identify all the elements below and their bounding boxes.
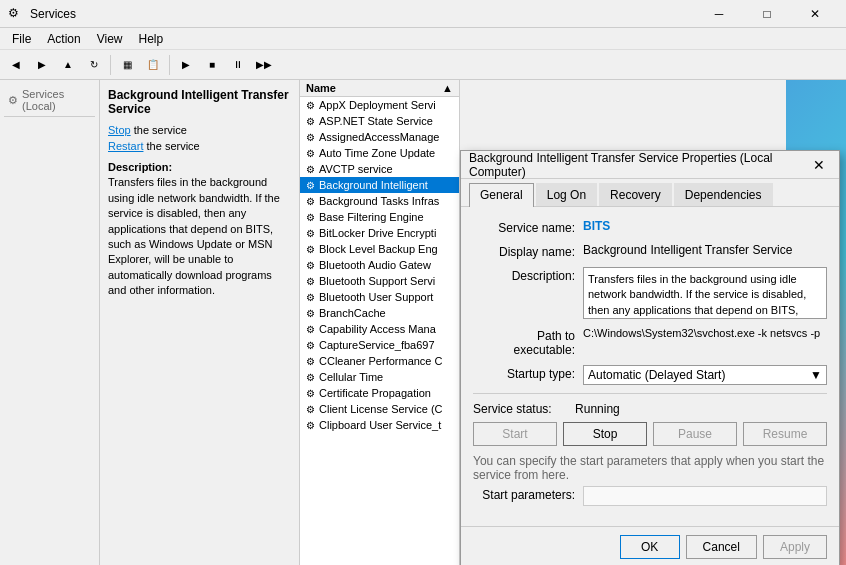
restart-service-link[interactable]: Restart bbox=[108, 140, 143, 152]
service-item-label: Bluetooth Support Servi bbox=[319, 275, 435, 287]
close-button[interactable]: ✕ bbox=[792, 0, 838, 28]
app-icon: ⚙ bbox=[8, 6, 24, 22]
list-item[interactable]: ⚙ Auto Time Zone Update bbox=[300, 145, 459, 161]
refresh-button[interactable]: ↻ bbox=[82, 53, 106, 77]
pause-button[interactable]: ⏸ bbox=[226, 53, 250, 77]
console-tree-button[interactable]: ▦ bbox=[115, 53, 139, 77]
list-item[interactable]: ⚙ ASP.NET State Service bbox=[300, 113, 459, 129]
menu-action[interactable]: Action bbox=[39, 30, 88, 48]
forward-button[interactable]: ▶ bbox=[30, 53, 54, 77]
service-item-label: Block Level Backup Eng bbox=[319, 243, 438, 255]
service-item-icon: ⚙ bbox=[306, 324, 315, 335]
list-item[interactable]: ⚙ Block Level Backup Eng bbox=[300, 241, 459, 257]
menu-help[interactable]: Help bbox=[131, 30, 172, 48]
list-item[interactable]: ⚙ AssignedAccessManage bbox=[300, 129, 459, 145]
play-button[interactable]: ▶ bbox=[174, 53, 198, 77]
list-item[interactable]: ⚙ Base Filtering Engine bbox=[300, 209, 459, 225]
list-item[interactable]: ⚙ Certificate Propagation bbox=[300, 385, 459, 401]
list-item[interactable]: ⚙ Background Tasks Infras bbox=[300, 193, 459, 209]
dialog-close-button[interactable]: ✕ bbox=[807, 153, 831, 177]
list-item[interactable]: ⚙ Capability Access Mana bbox=[300, 321, 459, 337]
list-item[interactable]: ⚙ Bluetooth Support Servi bbox=[300, 273, 459, 289]
list-item[interactable]: ⚙ AVCTP service bbox=[300, 161, 459, 177]
service-item-icon: ⚙ bbox=[306, 420, 315, 431]
tab-recovery[interactable]: Recovery bbox=[599, 183, 672, 206]
list-item[interactable]: ⚙ BitLocker Drive Encrypti bbox=[300, 225, 459, 241]
status-label-text: Service status: bbox=[473, 402, 552, 416]
service-item-icon: ⚙ bbox=[306, 148, 315, 159]
list-item[interactable]: ⚙ CaptureService_fba697 bbox=[300, 337, 459, 353]
service-item-label: Bluetooth Audio Gatew bbox=[319, 259, 431, 271]
service-title: Background Intelligent Transfer Service bbox=[108, 88, 291, 116]
service-item-icon: ⚙ bbox=[306, 372, 315, 383]
cancel-button[interactable]: Cancel bbox=[686, 535, 757, 559]
params-description: You can specify the start parameters tha… bbox=[473, 454, 827, 482]
scope-header: ⚙ Services (Local) bbox=[4, 84, 95, 117]
up-button[interactable]: ▲ bbox=[56, 53, 80, 77]
stop-suffix: the service bbox=[134, 124, 187, 136]
startup-row: Startup type: Automatic (Delayed Start) … bbox=[473, 365, 827, 385]
tab-logon[interactable]: Log On bbox=[536, 183, 597, 206]
restart-link-row: Restart the service bbox=[108, 140, 291, 152]
dialog-title: Background Intelligent Transfer Service … bbox=[469, 151, 807, 179]
desc-body: Transfers files in the background using … bbox=[108, 176, 280, 296]
service-item-label: Capability Access Mana bbox=[319, 323, 436, 335]
list-item[interactable]: ⚙ CCleaner Performance C bbox=[300, 353, 459, 369]
service-item-icon: ⚙ bbox=[306, 212, 315, 223]
menu-file[interactable]: File bbox=[4, 30, 39, 48]
tab-dependencies[interactable]: Dependencies bbox=[674, 183, 773, 206]
toolbar-separator-2 bbox=[169, 55, 170, 75]
name-column-header: Name bbox=[306, 82, 336, 94]
list-item[interactable]: ⚙ Bluetooth User Support bbox=[300, 289, 459, 305]
service-list-scroll[interactable]: ⚙ AppX Deployment Servi ⚙ ASP.NET State … bbox=[300, 97, 459, 532]
maximize-button[interactable]: □ bbox=[744, 0, 790, 28]
stop-button[interactable]: Stop bbox=[563, 422, 647, 446]
resume-button[interactable]: Resume bbox=[743, 422, 827, 446]
minimize-button[interactable]: ─ bbox=[696, 0, 742, 28]
sort-icon: ▲ bbox=[442, 82, 453, 94]
startup-select[interactable]: Automatic (Delayed Start) ▼ bbox=[583, 365, 827, 385]
startup-label: Startup type: bbox=[473, 365, 583, 381]
start-button[interactable]: Start bbox=[473, 422, 557, 446]
list-item[interactable]: ⚙ Cellular Time bbox=[300, 369, 459, 385]
service-item-label: AssignedAccessManage bbox=[319, 131, 439, 143]
display-name-row: Display name: Background Intelligent Tra… bbox=[473, 243, 827, 259]
service-item-label: Bluetooth User Support bbox=[319, 291, 433, 303]
resume-button[interactable]: ▶▶ bbox=[252, 53, 276, 77]
stop-button[interactable]: ■ bbox=[200, 53, 224, 77]
service-item-label: BranchCache bbox=[319, 307, 386, 319]
apply-button[interactable]: Apply bbox=[763, 535, 827, 559]
service-item-icon: ⚙ bbox=[306, 308, 315, 319]
service-item-label: Certificate Propagation bbox=[319, 387, 431, 399]
service-item-icon: ⚙ bbox=[306, 292, 315, 303]
list-item[interactable]: ⚙ AppX Deployment Servi bbox=[300, 97, 459, 113]
stop-service-link[interactable]: Stop bbox=[108, 124, 131, 136]
window-title: Services bbox=[30, 7, 696, 21]
service-item-label: Base Filtering Engine bbox=[319, 211, 424, 223]
path-row: Path to executable: C:\Windows\System32\… bbox=[473, 327, 827, 357]
service-item-icon: ⚙ bbox=[306, 356, 315, 367]
menu-view[interactable]: View bbox=[89, 30, 131, 48]
properties-button[interactable]: 📋 bbox=[141, 53, 165, 77]
description-row: Description: Transfers files in the back… bbox=[473, 267, 827, 319]
back-button[interactable]: ◀ bbox=[4, 53, 28, 77]
list-item[interactable]: ⚙ Clipboard User Service_t bbox=[300, 417, 459, 433]
description-label: Description: bbox=[473, 267, 583, 283]
list-item[interactable]: ⚙ BranchCache bbox=[300, 305, 459, 321]
list-item[interactable]: ⚙ Bluetooth Audio Gatew bbox=[300, 257, 459, 273]
service-item-label: Background Tasks Infras bbox=[319, 195, 439, 207]
dialog-tabs: General Log On Recovery Dependencies bbox=[461, 179, 839, 207]
tab-general[interactable]: General bbox=[469, 183, 534, 207]
ok-button[interactable]: OK bbox=[620, 535, 680, 559]
service-name-value: BITS bbox=[583, 219, 827, 233]
service-item-icon: ⚙ bbox=[306, 244, 315, 255]
description-text: Transfers files in the background using … bbox=[588, 273, 806, 319]
pause-button[interactable]: Pause bbox=[653, 422, 737, 446]
start-params-input[interactable] bbox=[583, 486, 827, 506]
list-item[interactable]: ⚙ Client License Service (C bbox=[300, 401, 459, 417]
description-box: Transfers files in the background using … bbox=[583, 267, 827, 319]
service-item-label: Auto Time Zone Update bbox=[319, 147, 435, 159]
description-text: Description: Transfers files in the back… bbox=[108, 160, 291, 299]
action-buttons: Start Stop Pause Resume bbox=[473, 422, 827, 446]
list-item-selected[interactable]: ⚙ Background Intelligent bbox=[300, 177, 459, 193]
